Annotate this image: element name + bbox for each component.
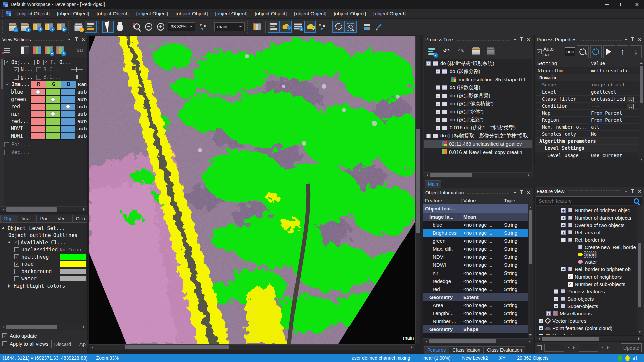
process-node[interactable]: multi-resolution: 85 [shape:0.1 [424,75,532,83]
red-channel-cell[interactable] [30,103,45,110]
open-project-button[interactable]: ▸ [55,21,67,33]
red-channel-cell[interactable] [30,96,45,103]
horizontal-scrollbar[interactable] [424,172,532,178]
pin-icon[interactable] [74,37,78,42]
vertical-scrollbar[interactable] [0,57,4,206]
range-mode[interactable]: auto [75,104,87,109]
legend-tab[interactable]: Vec... [54,215,72,222]
classes-checkbox[interactable]: ✓ [14,240,19,245]
zoom-out-button[interactable]: − [143,21,155,33]
feature-tree-item[interactable]: + Number of darker objects [536,214,637,221]
status-item[interactable]: XY [499,355,506,361]
image-layer-row[interactable]: red... auto [4,118,87,125]
process-node[interactable]: 02:11.468 unclassified at goallev [424,140,532,148]
expand-toggle[interactable]: + [436,126,440,130]
class-visibility-checkbox[interactable]: ✓ [14,262,19,267]
process-node[interactable]: + 0.016 do (优化1：“水域”类型) [424,124,532,132]
expand-toggle[interactable]: - [561,238,566,242]
collapse-icon[interactable] [8,241,12,246]
feature-tree-item[interactable]: - Rel. border to [536,236,637,243]
pin-icon[interactable] [630,37,635,42]
feature-tree-item[interactable]: + Process features [536,288,637,295]
class-color-swatch[interactable] [60,254,86,260]
property-row[interactable]: Class filter unclassified.. [535,96,639,103]
search-icon[interactable] [634,198,639,204]
expand-toggle[interactable]: + [554,289,558,294]
feature-tree-item[interactable]: road [536,251,637,258]
edit-layer-mixing-button[interactable]: +× [2,45,12,55]
green-channel-cell[interactable] [45,111,60,118]
menu-item[interactable]: [object Object] [172,9,212,18]
map-select[interactable]: main [214,22,245,31]
horizontal-scrollbar[interactable] [536,336,642,341]
viewer-horizontal-scrollbar[interactable] [89,344,415,350]
feature-tree-item[interactable]: + Miscellaneous [536,310,637,317]
apply-button[interactable]: Ap [76,340,89,348]
expand-toggle[interactable]: - [426,61,431,66]
red-channel-cell[interactable] [30,111,45,118]
class-row[interactable]: background [14,268,87,275]
expand-toggle[interactable]: + [436,94,440,98]
view-layer-button[interactable] [268,21,280,33]
edit-action-button[interactable] [373,21,385,33]
feature-table-row[interactable]: Area <no image ... String [423,301,528,309]
feature-tree-item[interactable]: + Number of brighter objec [536,206,637,214]
class-visibility-checkbox[interactable] [14,247,19,252]
process-node[interactable]: + do (识别“水体”) [424,108,532,116]
link-views-button[interactable] [316,21,328,33]
property-row[interactable]: Algorithm parameters .. [535,138,639,145]
red-channel-cell[interactable] [30,125,45,132]
image-layer-row[interactable]: NDVI auto [4,125,87,132]
pin-icon[interactable] [630,189,635,194]
increment-icon[interactable] [607,346,610,349]
horizontal-scrollbar[interactable] [0,206,87,212]
feature-table-row[interactable]: Max. diff. <no image ... String [423,245,528,253]
feature-tree-item[interactable]: + Point features (point cloud) [536,324,637,332]
pin-icon[interactable] [519,190,524,195]
status-item[interactable]: 20,362 Objects [517,355,548,361]
green-channel-cell[interactable] [45,103,60,110]
previous-mix-button[interactable]: − [44,45,54,55]
next-mix-button[interactable]: + [55,45,65,55]
class-row[interactable]: water [14,275,87,283]
new-workspace-button[interactable]: + [7,21,19,33]
class-visibility-checkbox[interactable] [14,269,19,274]
feature-tree-item[interactable]: + Super-objects [536,302,637,310]
blue-channel-cell[interactable] [60,96,75,103]
blue-channel-cell[interactable] [60,133,75,140]
feature-table-row[interactable]: blue <no image ... String [423,221,528,229]
feature-table-row[interactable]: rededge <no image ... String [423,277,528,285]
transparency-slider[interactable] [71,69,83,70]
feature-table-row[interactable]: green <no image ... String [423,237,528,245]
expand-toggle[interactable]: + [436,118,440,122]
vertical-scrollbar[interactable] [639,60,644,163]
expand-toggle[interactable]: + [436,110,440,114]
expand-toggle[interactable]: + [561,230,566,235]
object-info-tab[interactable]: Features [424,346,449,354]
property-row[interactable]: Scope image object ..... [535,81,639,88]
green-channel-cell[interactable] [45,125,60,132]
status-item[interactable]: linear (1.00%) [421,355,450,361]
process-node[interactable]: - do (林业“枯树”识别系统) [424,59,532,67]
delete-processes-button[interactable] [486,46,496,56]
feature-table-row[interactable]: Brightness <no image ... String [423,229,528,237]
tree-root-row[interactable]: Object Level Set... [2,225,87,232]
feature-table-row[interactable]: Geometry Extent [423,293,528,301]
process-node[interactable]: + do (识别“健康植被”) [424,100,532,108]
close-icon[interactable] [637,189,642,194]
chevron-down-icon[interactable] [624,189,628,194]
expand-toggle[interactable]: + [554,297,558,301]
outline-checkbox[interactable] [30,60,35,65]
red-channel-cell[interactable] [30,118,45,125]
update-button[interactable]: Update [621,343,642,352]
image-layer-row[interactable]: blue auto [4,88,87,96]
feature-table-row[interactable]: red <no image ... String [423,285,528,293]
bc-checkbox[interactable] [36,67,41,72]
process-name-input[interactable] [565,47,575,56]
discard-button[interactable]: Discard [51,340,74,348]
object-info-tab[interactable]: Classification [449,346,483,354]
zoom-area-button[interactable] [130,21,143,33]
execute-settings-button[interactable] [590,45,602,58]
minimize-button[interactable] [600,0,614,9]
class-row[interactable]: ✓ healthveg [14,253,87,261]
